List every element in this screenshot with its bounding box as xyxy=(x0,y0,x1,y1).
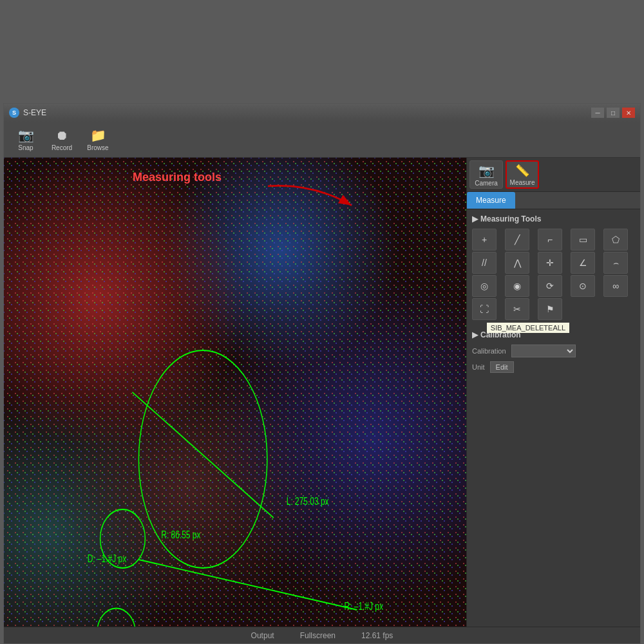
unit-row: Unit Edit xyxy=(472,361,635,373)
titlebar-left: S S-EYE xyxy=(9,108,46,118)
tabs-bar: Measure xyxy=(467,192,640,209)
infinity-tool-btn[interactable]: ∞ xyxy=(603,275,628,297)
chevron-right-calib-icon: ▶ xyxy=(472,330,478,339)
measure-button[interactable]: 📏 Measure xyxy=(506,160,539,189)
svg-text:D: –1.#J px: D: –1.#J px xyxy=(88,553,127,564)
minimize-btn[interactable]: ─ xyxy=(591,108,604,118)
cut-tool-btn[interactable]: ✂ xyxy=(505,298,529,320)
vertex-tool-btn[interactable]: ⋀ xyxy=(505,252,529,274)
ruler-icon: 📏 xyxy=(515,164,529,178)
chevron-right-icon: ▶ xyxy=(472,214,478,223)
toolbar: 📷 Snap ⏺ Record 📁 Browse xyxy=(4,122,640,158)
app-icon: S xyxy=(9,108,19,118)
annotation-arrow xyxy=(261,180,455,231)
restore-btn[interactable]: □ xyxy=(607,108,620,118)
circle2-tool-btn[interactable]: ◉ xyxy=(505,275,529,297)
main-window: S S-EYE ─ □ ✕ 📷 Snap ⏺ Record 📁 Browse xyxy=(3,103,641,644)
arc-tool-btn[interactable]: ⌢ xyxy=(603,252,628,274)
svg-text:L: 275.03 px: L: 275.03 px xyxy=(287,496,329,507)
svg-line-1 xyxy=(132,392,273,518)
snap-icon: 📷 xyxy=(18,128,34,143)
svg-text:R: –1.#J px: R: –1.#J px xyxy=(345,600,384,612)
tools-grid: + ╱ ⌐ ▭ ⬠ // ⋀ ✛ ∠ ⌢ ◎ ◉ ⟳ ⊙ ∞ xyxy=(472,229,635,320)
angle-tool-btn[interactable]: ⌐ xyxy=(538,229,562,251)
viewport[interactable]: L: 275.03 px R: 86.55 px D: –1.#J px R: … xyxy=(4,158,466,627)
calibration-row: Calibration xyxy=(472,345,635,357)
rotate-tool-btn[interactable]: ⟳ xyxy=(538,275,562,297)
titlebar-controls: ─ □ ✕ xyxy=(591,108,635,118)
main-content: L: 275.03 px R: 86.55 px D: –1.#J px R: … xyxy=(4,158,640,627)
measure-angle-btn[interactable]: ∠ xyxy=(571,252,595,274)
polygon-tool-btn[interactable]: ⬠ xyxy=(603,229,628,251)
measuring-tools-label: Measuring Tools xyxy=(480,214,541,223)
unit-label: Unit xyxy=(472,363,485,371)
svg-point-0 xyxy=(138,350,267,568)
statusbar: Output Fullscreen 12.61 fps xyxy=(4,627,640,643)
close-btn[interactable]: ✕ xyxy=(622,108,635,118)
calibration-select[interactable] xyxy=(511,345,576,357)
record-button[interactable]: ⏺ Record xyxy=(45,124,79,155)
titlebar-title: S-EYE xyxy=(23,108,46,117)
circle-tool-btn[interactable]: ◎ xyxy=(472,275,497,297)
parallel-tool-btn[interactable]: // xyxy=(472,252,497,274)
line-tool-btn[interactable]: ╱ xyxy=(505,229,529,251)
add-tool-btn[interactable]: + xyxy=(472,229,497,251)
browse-icon: 📁 xyxy=(90,128,106,143)
record-label: Record xyxy=(52,144,72,151)
delete-all-btn[interactable]: ⚑ xyxy=(538,298,562,320)
crosshair-tool-btn[interactable]: ✛ xyxy=(538,252,562,274)
camera-button[interactable]: 📷 Camera xyxy=(469,160,503,189)
camera-label: Camera xyxy=(475,180,498,187)
calibration-section: ▶ Calibration Calibration Unit Edit xyxy=(467,325,640,378)
target-tool-btn[interactable]: ⊙ xyxy=(571,275,595,297)
edit-button[interactable]: Edit xyxy=(490,361,514,373)
svg-point-3 xyxy=(97,608,136,627)
calibration-field-label: Calibration xyxy=(472,347,506,355)
tab-measure[interactable]: Measure xyxy=(467,192,515,209)
record-icon: ⏺ xyxy=(55,128,68,143)
measuring-tools-section: ▶ Measuring Tools + ╱ ⌐ ▭ ⬠ // ⋀ ✛ ∠ ⌢ xyxy=(467,209,640,325)
titlebar: S S-EYE ─ □ ✕ xyxy=(4,104,640,122)
measure-label: Measure xyxy=(510,179,535,186)
output-label[interactable]: Output xyxy=(251,631,274,640)
delete-all-tooltip: SIB_MEA_DELETEALL xyxy=(487,323,569,333)
svg-line-4 xyxy=(138,560,357,610)
svg-text:R: 86.55 px: R: 86.55 px xyxy=(161,529,200,541)
browse-button[interactable]: 📁 Browse xyxy=(81,124,115,155)
snap-label: Snap xyxy=(18,144,33,151)
rect-tool-btn[interactable]: ▭ xyxy=(571,229,595,251)
camera-icon: 📷 xyxy=(478,163,495,178)
right-panel: 📷 Camera 📏 Measure Measure ▶ Measu xyxy=(466,158,640,627)
snap-button[interactable]: 📷 Snap xyxy=(9,124,43,155)
browse-label: Browse xyxy=(87,144,108,151)
pointer-tool-btn[interactable]: ⛶ xyxy=(472,298,497,320)
annotation-text: Measuring tools xyxy=(133,171,222,184)
measuring-tools-header: ▶ Measuring Tools xyxy=(472,214,635,223)
panel-top-icons: 📷 Camera 📏 Measure xyxy=(467,158,640,192)
fps-label: 12.61 fps xyxy=(361,631,393,640)
fullscreen-label[interactable]: Fullscreen xyxy=(300,631,336,640)
